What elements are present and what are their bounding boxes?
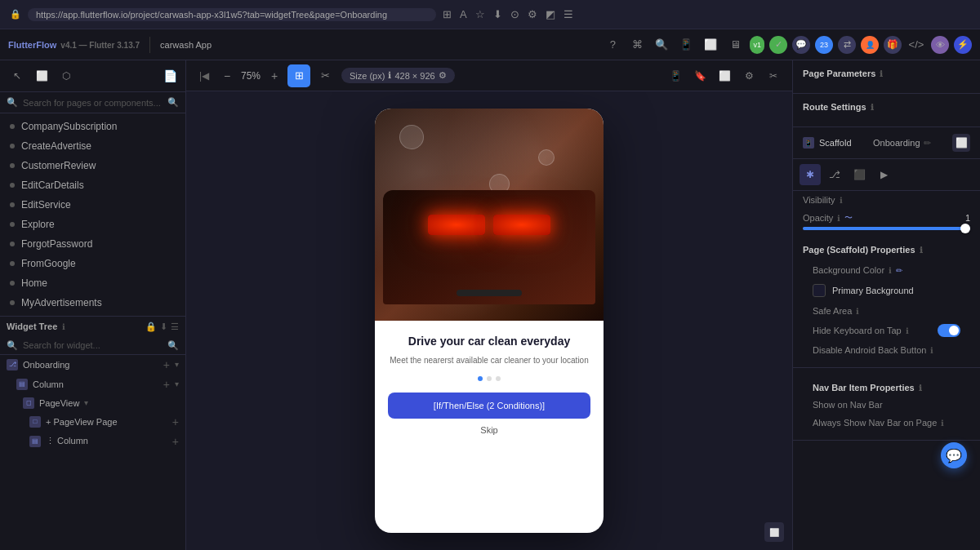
user-icon[interactable]: 👤 bbox=[861, 36, 879, 54]
safe-area-info-icon[interactable]: ℹ bbox=[856, 307, 859, 316]
widget-item-pageview-page[interactable]: □ + PageView Page + bbox=[0, 412, 185, 432]
cursor-tool[interactable]: ↖ bbox=[7, 65, 28, 86]
info-icon-size[interactable]: ℹ bbox=[388, 70, 391, 81]
eye-icon[interactable]: 👁 bbox=[931, 36, 949, 54]
widget-chevron-onboarding[interactable]: ▾ bbox=[175, 360, 179, 369]
bg-color-edit-icon[interactable]: ✏ bbox=[896, 266, 902, 275]
zoom-out-button[interactable]: − bbox=[219, 68, 235, 84]
nav-item-forgot-password[interactable]: ForgotPassword bbox=[0, 234, 185, 254]
search-input[interactable] bbox=[23, 98, 163, 108]
tab-preview[interactable]: ▶ bbox=[873, 164, 894, 185]
url-bar[interactable]: https://app.flutterflow.io/project/carwa… bbox=[28, 8, 436, 21]
page-params-info-icon[interactable]: ℹ bbox=[880, 69, 883, 78]
browser-icon-7[interactable]: ◩ bbox=[546, 8, 555, 20]
crop-view-btn[interactable]: ✂ bbox=[763, 65, 784, 86]
add-page-button[interactable]: 📄 bbox=[161, 67, 179, 85]
command-icon[interactable]: ⌘ bbox=[627, 35, 647, 55]
nav-bar-info-icon[interactable]: ℹ bbox=[919, 384, 922, 393]
scaffold-edit-icon[interactable]: ✏ bbox=[924, 138, 931, 149]
lightning-icon[interactable]: ⚡ bbox=[954, 36, 972, 54]
widget-tree-info-icon[interactable]: ℹ bbox=[62, 322, 65, 331]
settings-icon-size[interactable]: ⚙ bbox=[439, 70, 447, 81]
zoom-in-button[interactable]: + bbox=[266, 68, 283, 84]
nav-item-home[interactable]: Home bbox=[0, 273, 185, 293]
check-icon[interactable]: ✓ bbox=[769, 36, 787, 54]
code-icon[interactable]: </> bbox=[906, 35, 926, 55]
tablet-view-btn[interactable]: ⬜ bbox=[714, 65, 735, 86]
nav-item-from-google[interactable]: FromGoogle bbox=[0, 254, 185, 273]
widget-item-onboarding[interactable]: ⎇ Onboarding + ▾ bbox=[0, 355, 185, 375]
widget-add-column[interactable]: + bbox=[163, 378, 170, 391]
nav-item-customer-review[interactable]: CustomerReview bbox=[0, 156, 185, 175]
lock-icon-wt[interactable]: 🔒 bbox=[145, 322, 157, 332]
bookmark-view-btn[interactable]: 🔖 bbox=[689, 65, 710, 86]
arrow-icon[interactable]: ⇄ bbox=[838, 36, 856, 54]
scaffold-props-info-icon[interactable]: ℹ bbox=[920, 246, 923, 255]
settings-view-btn[interactable]: ⚙ bbox=[738, 65, 760, 86]
widget-chevron-column[interactable]: ▾ bbox=[175, 379, 179, 388]
scaffold-page-name: Onboarding bbox=[873, 138, 920, 148]
opacity-slider[interactable] bbox=[803, 227, 970, 230]
nav-item-explore[interactable]: Explore bbox=[0, 215, 185, 234]
fit-view-button[interactable]: ⊞ bbox=[287, 64, 310, 87]
browser-icon-1[interactable]: ⊞ bbox=[443, 8, 452, 20]
gift-icon[interactable]: 🎁 bbox=[884, 36, 902, 54]
always-show-nav-info-icon[interactable]: ℹ bbox=[941, 419, 944, 428]
list-icon-wt[interactable]: ☰ bbox=[171, 322, 179, 332]
widget-search-input[interactable] bbox=[23, 340, 163, 350]
nav-item-edit-service[interactable]: EditService bbox=[0, 195, 185, 215]
chat-icon[interactable]: 💬 bbox=[792, 36, 810, 54]
nav-item-company-subscription[interactable]: CompanySubscription bbox=[0, 117, 185, 136]
visibility-label: Visibility ℹ bbox=[803, 195, 843, 205]
hide-keyboard-info-icon[interactable]: ℹ bbox=[906, 326, 909, 335]
chat-fab-button[interactable]: 💬 bbox=[941, 442, 967, 468]
widget-search-submit[interactable]: 🔍 bbox=[167, 340, 179, 351]
opacity-info-icon[interactable]: ℹ bbox=[837, 214, 840, 223]
bg-color-swatch[interactable] bbox=[813, 284, 826, 297]
tab-interactions[interactable]: ⎇ bbox=[824, 164, 845, 185]
desktop-icon[interactable]: 🖥 bbox=[725, 35, 745, 55]
bg-color-info-icon[interactable]: ℹ bbox=[889, 266, 892, 275]
browser-icon-5[interactable]: ⊙ bbox=[510, 8, 519, 20]
visibility-info-icon[interactable]: ℹ bbox=[840, 196, 843, 205]
phone-icon[interactable]: 📱 bbox=[676, 35, 696, 55]
tab-properties[interactable]: ✱ bbox=[800, 164, 821, 185]
opacity-waveform-icon[interactable]: 〜 bbox=[844, 212, 853, 224]
widget-item-column-nested[interactable]: ▤ ⋮ Column + bbox=[0, 432, 185, 451]
widget-add-pvpage[interactable]: + bbox=[172, 415, 179, 428]
hide-keyboard-toggle[interactable] bbox=[938, 324, 960, 337]
grid-view-button[interactable]: ✂ bbox=[314, 64, 336, 87]
tab-layout[interactable]: ⬛ bbox=[849, 164, 870, 185]
nav-item-my-advertisements[interactable]: MyAdvertisements bbox=[0, 293, 185, 313]
nav-item-edit-car-details[interactable]: EditCarDetails bbox=[0, 175, 185, 195]
badge-23[interactable]: 23 bbox=[815, 36, 833, 54]
phone-skip-button[interactable]: Skip bbox=[388, 425, 590, 435]
route-settings-info-icon[interactable]: ℹ bbox=[871, 103, 874, 112]
browser-icon-8[interactable]: ☰ bbox=[564, 8, 573, 20]
browser-icon-3[interactable]: ☆ bbox=[475, 8, 485, 20]
canvas-first-btn[interactable]: |◀ bbox=[194, 66, 214, 86]
phone-main-button[interactable]: [If/Then/Else (2 Conditions)] bbox=[388, 393, 590, 419]
nav-item-create-advertise[interactable]: CreateAdvertise bbox=[0, 136, 185, 156]
pages-icon[interactable]: ⬜ bbox=[31, 65, 52, 86]
search-header-icon[interactable]: 🔍 bbox=[652, 35, 671, 55]
widget-add-column-n[interactable]: + bbox=[172, 435, 179, 448]
scaffold-expand-button[interactable]: ⬜ bbox=[952, 134, 970, 152]
widget-add-onboarding[interactable]: + bbox=[163, 358, 170, 371]
disable-android-info-icon[interactable]: ℹ bbox=[930, 346, 933, 355]
components-icon[interactable]: ⬡ bbox=[56, 65, 77, 86]
widget-item-pageview[interactable]: ◻ PageView ▾ bbox=[0, 394, 185, 412]
widget-item-column[interactable]: ▤ Column + ▾ bbox=[0, 375, 185, 394]
search-submit-icon[interactable]: 🔍 bbox=[167, 97, 179, 108]
browser-icon-4[interactable]: ⬇ bbox=[493, 8, 502, 20]
screen-expand-button[interactable]: ⬜ bbox=[764, 522, 784, 542]
phone-view-btn[interactable]: 📱 bbox=[665, 65, 686, 86]
v1-badge[interactable]: v1 bbox=[750, 36, 764, 54]
question-icon[interactable]: ? bbox=[603, 35, 622, 55]
download-icon-wt[interactable]: ⬇ bbox=[160, 322, 167, 332]
widget-chevron-pageview[interactable]: ▾ bbox=[84, 398, 88, 407]
browser-icon-6[interactable]: ⚙ bbox=[528, 8, 537, 20]
tablet-icon[interactable]: ⬜ bbox=[701, 35, 720, 55]
opacity-slider-thumb[interactable] bbox=[960, 224, 970, 233]
browser-icon-2[interactable]: A bbox=[460, 8, 467, 20]
